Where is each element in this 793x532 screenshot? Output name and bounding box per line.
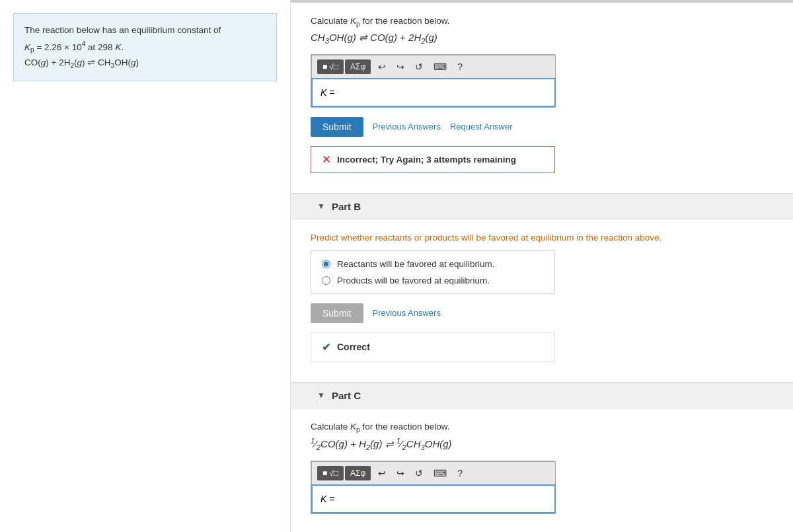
part-b-correct-box: ✔ Correct [311,332,555,362]
part-a-math-btn[interactable]: ■ √□ [317,59,344,74]
correct-check-icon: ✔ [322,341,330,354]
part-a-input-area[interactable]: K = [311,78,556,107]
part-c-input-area[interactable]: K = [311,484,556,513]
part-a-k-input[interactable] [340,87,547,98]
part-c-math-box: ■ √□ ΑΣφ ↩ ↪ ↺ ⌨ ? K = [311,461,555,514]
part-c-math-icon: ■ [322,469,327,478]
part-b-header[interactable]: ▼ Part B [291,194,793,219]
part-a-content: Calculate Kp for the reaction below. CH3… [291,3,793,193]
part-c-k-label: K = [321,494,334,504]
part-c-sqrt-icon: √□ [329,469,338,478]
part-c-problem-title: Calculate Kp for the reaction below. [311,422,773,434]
part-a-submit-row: Submit Previous Answers Request Answer [311,117,773,137]
part-b-option1[interactable]: Reactants will be favored at equilibrium… [322,259,544,269]
part-b-submit-btn[interactable]: Submit [311,303,363,323]
sqrt-icon: √□ [329,62,338,71]
right-panel: Calculate Kp for the reaction below. CH3… [291,0,793,532]
part-b-option1-label: Reactants will be favored at equilibrium… [337,259,495,269]
part-c-toolbar-group1: ■ √□ ΑΣφ [317,466,371,480]
part-c-toolbar: ■ √□ ΑΣφ ↩ ↪ ↺ ⌨ ? [311,461,556,484]
part-c-help-btn[interactable]: ? [454,467,466,480]
part-a-keyboard-btn[interactable]: ⌨ [430,60,450,73]
part-b-submit-row: Submit Previous Answers [311,303,773,323]
equilibrium-info-box: The reaction below has an equilibrium co… [13,13,277,81]
incorrect-x-icon: ✕ [322,153,330,166]
part-c-content: Calculate Kp for the reaction below. 1⁄2… [291,408,793,532]
part-b-option2[interactable]: Products will be favored at equilibrium. [322,276,544,285]
left-reaction: CO(g) + 2H2(g) ⇌ CH3OH(g) [24,56,266,71]
part-c-k-input[interactable] [340,494,547,504]
part-c-refresh-btn[interactable]: ↺ [412,467,426,480]
part-b-option2-label: Products will be favored at equilibrium. [337,276,490,285]
incorrect-text: Incorrect; Try Again; 3 attempts remaini… [337,155,516,165]
part-a-help-btn[interactable]: ? [454,60,466,73]
equilibrium-constant: Kp = 2.26 × 104 at 298 K. [24,38,266,56]
part-a-math-box: ■ √□ ΑΣφ ↩ ↪ ↺ ⌨ ? K = [311,54,555,108]
part-a-undo-btn[interactable]: ↩ [375,60,389,73]
part-a-refresh-btn[interactable]: ↺ [412,60,426,73]
part-b-label: Part B [332,201,361,212]
part-a-problem-title: Calculate Kp for the reaction below. [311,16,773,28]
part-c-symbol-btn[interactable]: ΑΣφ [345,466,371,480]
part-a-submit-btn[interactable]: Submit [311,117,363,137]
correct-text: Correct [337,342,370,352]
part-a-toolbar: ■ √□ ΑΣφ ↩ ↪ ↺ ⌨ ? [311,55,556,78]
part-b-radio2[interactable] [322,276,330,285]
part-c-label: Part C [332,390,361,401]
part-b-chevron: ▼ [317,202,325,211]
left-panel: The reaction below has an equilibrium co… [0,0,291,532]
equilibrium-intro: The reaction below has an equilibrium co… [24,23,266,38]
part-a-request-answer-link[interactable]: Request Answer [450,122,513,132]
math-icon: ■ [322,62,327,71]
part-b-predict-text: Predict whether reactants or products wi… [311,233,773,243]
part-c-reaction: 1⁄2CO(g) + H2(g) ⇌ 1⁄2CH3OH(g) [311,437,773,451]
part-b-radio1[interactable] [322,260,330,268]
part-c-keyboard-btn[interactable]: ⌨ [430,467,450,480]
part-a-toolbar-group1: ■ √□ ΑΣφ [317,59,371,74]
part-a-symbol-btn[interactable]: ΑΣφ [345,59,371,74]
part-a-k-label: K = [321,87,334,98]
part-a-redo-btn[interactable]: ↪ [393,60,408,73]
part-b-radio-group: Reactants will be favored at equilibrium… [311,250,555,294]
part-c-header[interactable]: ▼ Part C [291,383,793,408]
part-a-incorrect-box: ✕ Incorrect; Try Again; 3 attempts remai… [311,146,555,173]
part-c-chevron: ▼ [317,391,325,400]
part-c-undo-btn[interactable]: ↩ [375,467,389,480]
part-c-redo-btn[interactable]: ↪ [393,467,408,480]
part-a-previous-answers-link[interactable]: Previous Answers [373,122,441,132]
part-c-math-btn[interactable]: ■ √□ [317,466,344,480]
part-b-previous-answers-link[interactable]: Previous Answers [373,308,441,318]
part-b-content: Predict whether reactants or products wi… [291,219,793,382]
part-a-reaction: CH3OH(g) ⇌ CO(g) + 2H2(g) [311,32,773,45]
